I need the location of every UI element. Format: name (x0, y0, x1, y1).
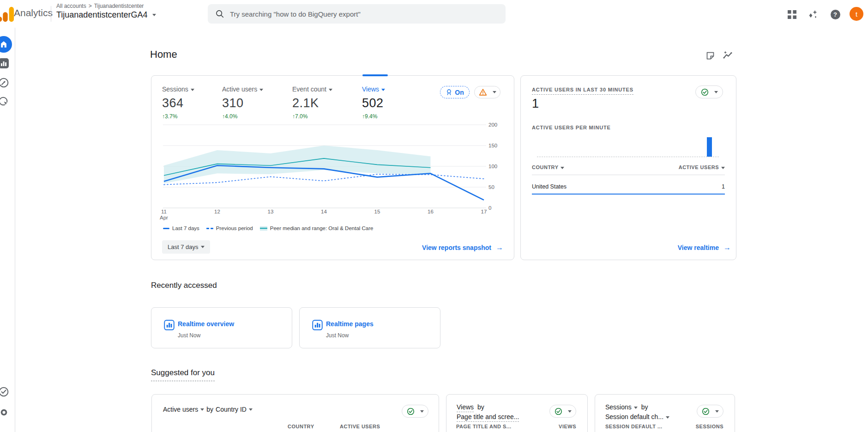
recently-accessed-heading: Recently accessed (151, 281, 217, 290)
chevron-down-icon (259, 89, 263, 91)
active-users-count: 1 (532, 97, 539, 111)
suggested-card-sessions-by-channel: Sessions by Session default ch... SESSIO… (595, 394, 735, 432)
metric-selector[interactable]: Sessions (162, 85, 194, 93)
breadcrumb[interactable]: All accounts > Tijuanadentistcenter (56, 3, 144, 9)
x-tick-label: 11 (161, 209, 167, 214)
view-realtime-link[interactable]: View realtime (678, 243, 731, 252)
x-tick-label: 13 (268, 209, 274, 214)
search-bar[interactable] (208, 4, 506, 24)
suggested-card-title-line2: Page title and scree... (457, 413, 519, 420)
dimension-selector[interactable]: Page title and scree... (457, 413, 519, 422)
chevron-down-icon (493, 91, 496, 93)
chart-legend: Last 7 days Previous period Peer median … (163, 225, 373, 231)
column-header: VIEWS (559, 424, 576, 429)
chevron-down-icon (249, 408, 253, 411)
report-icon (312, 320, 323, 330)
check-circle-icon (407, 408, 415, 415)
column-header: PAGE TITLE AND S... (456, 424, 512, 429)
sidebar-item-home[interactable] (0, 36, 12, 53)
gemini-sparkle-icon[interactable] (808, 9, 819, 20)
recent-item-title[interactable]: Realtime overview (178, 320, 234, 328)
dimension-selector[interactable]: Session default ch... (605, 413, 663, 420)
metric-delta: 4.0% (222, 113, 263, 120)
breadcrumb-account[interactable]: Tijuanadentistcenter (94, 3, 144, 9)
recent-card-realtime-overview[interactable]: Realtime overview Just Now (151, 307, 292, 348)
metric-active-users: Active users 310 4.0% (222, 85, 263, 120)
country-column-header[interactable]: COUNTRY (532, 164, 564, 170)
metric-selector[interactable]: Sessions (605, 403, 632, 411)
benchmark-medal-icon (446, 89, 452, 96)
suggested-card-title-line1: Views by (457, 403, 484, 411)
analytics-logo-icon[interactable] (0, 6, 14, 23)
x-tick-label: 14 (321, 209, 327, 214)
help-icon[interactable] (830, 9, 841, 20)
metric-delta: 3.7% (162, 113, 194, 120)
metric-selector[interactable]: Active users (163, 406, 198, 413)
insights-icon[interactable] (722, 50, 733, 61)
realtime-status-menu[interactable] (695, 85, 723, 98)
solid-line-swatch (163, 228, 169, 229)
sidebar-item-advertising[interactable] (0, 96, 9, 109)
sidebar-item-reports[interactable] (0, 58, 9, 70)
date-range-selector[interactable]: Last 7 days (162, 240, 210, 254)
notes-icon[interactable] (705, 50, 716, 61)
suggested-card-active-users-by-country: Active users by Country ID COUNTRY ACTIV… (151, 394, 439, 432)
topbar-divider (51, 6, 51, 22)
active-users-column-header[interactable]: ACTIVE USERS (679, 164, 725, 170)
metric-views: Views 502 9.4% (362, 85, 385, 120)
data-quality-menu[interactable] (474, 86, 500, 98)
y-tick-label: 150 (488, 143, 497, 148)
search-input[interactable] (230, 10, 488, 18)
metric-delta: 7.0% (292, 113, 332, 120)
metric-selector[interactable]: Views (362, 85, 385, 93)
chevron-down-icon (381, 89, 385, 91)
chevron-down-icon (152, 14, 156, 16)
x-tick-label: 12 (214, 209, 220, 214)
legend-previous-period: Previous period (206, 225, 253, 231)
chevron-down-icon (714, 91, 718, 93)
card-status-menu[interactable] (697, 405, 723, 418)
suggested-card-title-line1: Sessions by (605, 403, 648, 411)
benchmark-state: On (455, 89, 464, 96)
dashed-line-swatch (206, 228, 213, 229)
user-avatar[interactable]: t (850, 7, 863, 21)
chevron-down-icon (715, 410, 719, 413)
card-status-menu[interactable] (402, 405, 428, 418)
view-reports-snapshot-link[interactable]: View reports snapshot (422, 243, 503, 252)
x-tick-label: 17 (481, 209, 487, 214)
metric-selector[interactable]: Event count (292, 85, 332, 93)
recent-item-title[interactable]: Realtime pages (326, 320, 374, 328)
metric-selector[interactable]: Views (457, 403, 474, 412)
realtime-table-header: COUNTRY ACTIVE USERS (532, 164, 725, 175)
suggested-card-title: Active users by Country ID (163, 406, 253, 413)
table-row[interactable]: United States 1 (532, 179, 725, 195)
sidebar-item-explore[interactable] (0, 77, 9, 90)
dimension-selector[interactable]: Country ID (216, 406, 247, 413)
metric-event-count: Event count 2.1K 7.0% (292, 85, 332, 120)
property-name[interactable]: TijuanadentistcenterGA4 (56, 10, 147, 20)
recent-card-realtime-pages[interactable]: Realtime pages Just Now (299, 307, 440, 348)
users-cell: 1 (722, 183, 725, 190)
page-title: Home (150, 49, 177, 61)
suggested-card-title-line2: Session default ch... (605, 413, 669, 420)
report-icon (164, 320, 175, 330)
check-circle-icon (0, 386, 9, 397)
chevron-down-icon (329, 89, 332, 91)
card-status-menu[interactable] (549, 405, 576, 418)
recent-item-time: Just Now (326, 332, 349, 339)
selected-metric-indicator (362, 74, 388, 76)
breadcrumb-root[interactable]: All accounts (56, 3, 86, 9)
metric-selector[interactable]: Active users (222, 85, 263, 93)
property-switcher[interactable]: TijuanadentistcenterGA4 (56, 10, 156, 20)
arrow-right-icon (496, 243, 503, 252)
benchmarking-toggle[interactable]: On (440, 86, 470, 98)
chart-x-axis: 11121314151617Apr (163, 209, 493, 223)
sidebar-item-admin[interactable] (0, 407, 10, 420)
x-axis-month-label: Apr (160, 215, 168, 220)
breadcrumb-separator: > (89, 3, 92, 9)
google-apps-grid-icon[interactable] (786, 9, 797, 20)
chevron-down-icon (201, 246, 205, 248)
sidebar-item-library[interactable] (0, 386, 9, 399)
y-tick-label: 0 (488, 205, 491, 211)
metric-value: 310 (222, 96, 263, 110)
